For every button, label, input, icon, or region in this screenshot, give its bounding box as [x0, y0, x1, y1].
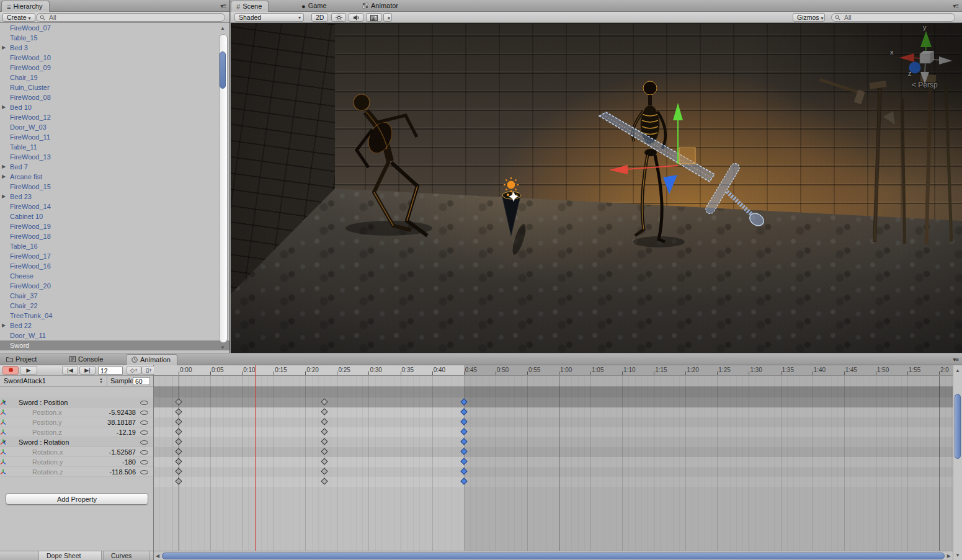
property-row[interactable]: Rotation.y -180 [0, 457, 153, 467]
effects-toggle-button[interactable] [366, 13, 382, 22]
hierarchy-item[interactable]: FireWood_13 [0, 152, 229, 162]
property-value[interactable]: -118.506 [109, 467, 136, 477]
property-value[interactable]: -5.92438 [109, 407, 136, 417]
animation-panel-menu-icon[interactable]: ▾≡ [953, 356, 958, 363]
scroll-up-icon[interactable]: ▲ [220, 25, 225, 31]
keyframe-diamond-selected[interactable] [460, 408, 467, 415]
add-keyframe-button[interactable]: ◇+ [127, 366, 141, 375]
dopesheet-timeline-area[interactable]: 0:000:050:100:150:200:250:300:350:400:45… [154, 365, 953, 560]
scroll-right-icon[interactable]: ▶ [947, 553, 951, 559]
foldout-triangle-icon[interactable] [2, 102, 6, 112]
hierarchy-item[interactable]: Cheese [0, 271, 229, 281]
hierarchy-item[interactable]: Cabinet 10 [0, 211, 229, 221]
vscrollbar-thumb[interactable] [955, 394, 961, 459]
scrollbar-thumb[interactable] [220, 51, 226, 89]
hierarchy-item[interactable]: FireWood_10 [0, 53, 229, 63]
hierarchy-item[interactable]: Bed 3 [0, 43, 229, 53]
audio-toggle-button[interactable] [349, 13, 363, 22]
tab-animation[interactable]: Animation [126, 354, 177, 365]
scene-search-input[interactable]: All [831, 13, 955, 22]
lighting-toggle-button[interactable] [331, 13, 346, 22]
hierarchy-item[interactable]: Chair_19 [0, 73, 229, 82]
keyframe-diamond[interactable] [321, 418, 327, 425]
keyframe-diamond[interactable] [321, 468, 327, 474]
scene-panel-menu-icon[interactable]: ▾≡ [953, 2, 958, 9]
curve-toggle-icon[interactable] [140, 440, 148, 445]
hierarchy-item[interactable]: FireWood_18 [0, 231, 229, 241]
scroll-up-icon[interactable]: ▲ [955, 368, 960, 373]
shading-mode-dropdown[interactable]: Shaded▾ [234, 13, 304, 22]
keyframe-diamond-selected[interactable] [460, 478, 467, 484]
clip-dropdown[interactable]: SwordAttack1 [4, 377, 46, 384]
hierarchy-item[interactable]: Bed 7 [0, 162, 229, 172]
keyframe-diamond[interactable] [321, 458, 327, 464]
hierarchy-item[interactable]: TreeTrunk_04 [0, 311, 229, 321]
keyframe-diamond-selected[interactable] [460, 438, 467, 445]
samples-field[interactable]: 60 [133, 377, 150, 385]
hierarchy-item[interactable]: FireWood_20 [0, 281, 229, 291]
frame-field[interactable]: 12 [98, 367, 123, 375]
hierarchy-item[interactable]: Bed 23 [0, 192, 229, 202]
curve-toggle-icon[interactable] [140, 450, 148, 455]
keyframe-diamond-selected[interactable] [460, 458, 467, 464]
scroll-down-icon[interactable]: ▼ [220, 345, 225, 350]
first-key-button[interactable]: |◀ [62, 366, 78, 375]
tab-curves[interactable]: Curves [103, 551, 150, 560]
hierarchy-item[interactable]: Table_15 [0, 33, 229, 43]
hierarchy-scrollbar[interactable]: ▲ ▼ [218, 24, 228, 352]
keyframe-diamond[interactable] [321, 438, 327, 445]
scroll-down-icon[interactable]: ▼ [955, 553, 960, 558]
hierarchy-item[interactable]: FireWood_15 [0, 182, 229, 192]
scroll-left-icon[interactable]: ◀ [156, 553, 159, 559]
scene-viewport[interactable]: y x z < Persp [231, 24, 962, 353]
curve-toggle-icon[interactable] [140, 420, 148, 425]
playhead[interactable] [255, 365, 256, 551]
hierarchy-item[interactable]: FireWood_07 [0, 23, 229, 33]
timeline-vertical-scrollbar[interactable]: ▲ ▼ [953, 365, 962, 560]
keyframe-diamond[interactable] [321, 478, 327, 484]
keyframe-diamond-selected[interactable] [460, 398, 467, 405]
tab-hierarchy[interactable]: ≡Hierarchy [1, 1, 50, 12]
curve-toggle-icon[interactable] [140, 401, 148, 405]
hierarchy-item[interactable]: Chair_22 [0, 301, 229, 311]
record-button[interactable] [2, 366, 19, 375]
property-row[interactable]: Position.x -5.92438 [0, 407, 153, 417]
property-row[interactable]: Sword : Rotation [0, 437, 153, 447]
property-row[interactable]: Rotation.x -1.52587 [0, 447, 153, 457]
foldout-triangle-icon[interactable] [2, 321, 6, 331]
gizmos-dropdown[interactable]: Gizmos▾ [793, 13, 825, 22]
keyframe-diamond-selected[interactable] [460, 418, 467, 425]
add-property-button[interactable]: Add Property [6, 493, 148, 505]
property-row[interactable]: Position.z -12.19 [0, 427, 153, 437]
curve-toggle-icon[interactable] [140, 411, 148, 415]
keyframe-diamond-selected[interactable] [460, 428, 467, 435]
property-value[interactable]: -12.19 [117, 427, 136, 437]
foldout-triangle-icon[interactable] [2, 162, 6, 172]
last-key-button[interactable]: ▶| [79, 366, 96, 375]
tab-dope-sheet[interactable]: Dope Sheet [38, 551, 102, 560]
hierarchy-item[interactable]: Bed 10 [0, 102, 229, 112]
dopesheet-grid[interactable] [154, 376, 953, 551]
tab-game[interactable]: ●Game [296, 1, 333, 12]
property-row[interactable]: Sword : Position [0, 398, 153, 407]
timeline-horizontal-scrollbar[interactable]: ◀ ▶ [154, 551, 953, 560]
hierarchy-item[interactable]: FireWood_08 [0, 92, 229, 102]
property-value[interactable]: 38.18187 [107, 417, 136, 427]
hierarchy-item[interactable]: FireWood_17 [0, 251, 229, 261]
hierarchy-item[interactable]: Sword [0, 340, 229, 350]
hierarchy-item[interactable]: FireWood_11 [0, 132, 229, 142]
curve-toggle-icon[interactable] [140, 470, 148, 474]
keyframe-diamond[interactable] [321, 408, 327, 415]
hierarchy-item[interactable]: FireWood_16 [0, 261, 229, 271]
property-value[interactable]: -180 [122, 457, 136, 467]
effects-dropdown-arrow[interactable]: ▾ [383, 13, 392, 22]
hierarchy-item[interactable]: Bed 22 [0, 321, 229, 331]
tab-project[interactable]: Project [1, 354, 43, 365]
keyframe-diamond[interactable] [321, 448, 327, 455]
foldout-triangle-icon[interactable] [2, 192, 6, 202]
foldout-triangle-icon[interactable] [2, 172, 6, 182]
hierarchy-item[interactable]: FireWood_19 [0, 221, 229, 231]
hierarchy-item[interactable]: Door_W_11 [0, 331, 229, 340]
hscrollbar-thumb[interactable] [162, 553, 945, 559]
hierarchy-item[interactable]: Table_11 [0, 142, 229, 152]
